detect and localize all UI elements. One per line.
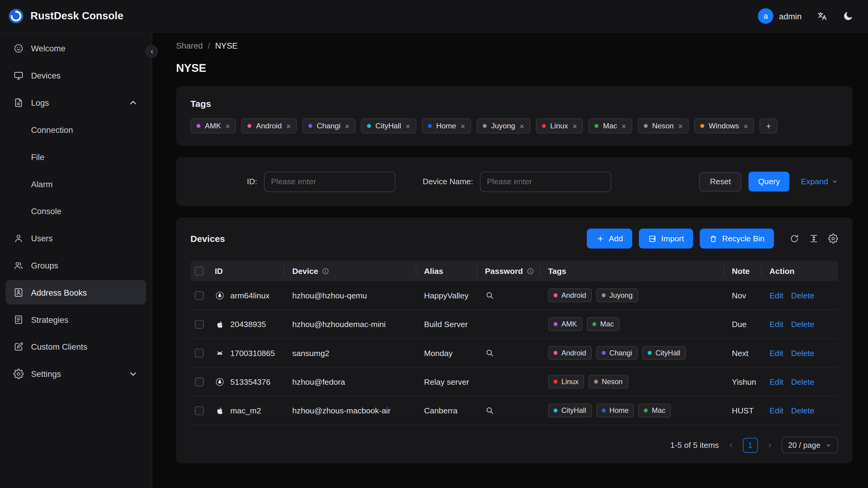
users-icon xyxy=(13,260,24,271)
info-icon[interactable] xyxy=(322,267,330,275)
edit-link[interactable]: Edit xyxy=(770,320,783,329)
delete-link[interactable]: Delete xyxy=(791,291,814,300)
tag-chip[interactable]: Android × xyxy=(242,118,297,133)
rustdesk-logo-icon xyxy=(8,8,25,25)
import-button-label: Import xyxy=(661,234,684,243)
column-note: Note xyxy=(732,261,770,281)
table-settings-gear-icon[interactable] xyxy=(828,234,838,244)
tag-label: Mac xyxy=(603,122,617,130)
delete-link[interactable]: Delete xyxy=(791,406,814,415)
sidebar-item-users[interactable]: Users xyxy=(5,226,146,250)
add-button[interactable]: Add xyxy=(587,228,632,248)
sidebar-subitem-label: File xyxy=(31,152,44,161)
tag-close-icon[interactable]: × xyxy=(226,122,230,130)
prev-page-button[interactable] xyxy=(727,441,735,449)
row-checkbox[interactable] xyxy=(195,377,204,386)
table-row: arm64linux hzhou@hzhou-qemu HappyValley … xyxy=(191,281,838,310)
sidebar-subitem-file[interactable]: File xyxy=(5,144,146,169)
user-menu[interactable]: a admin xyxy=(758,8,802,24)
password-reveal-icon[interactable] xyxy=(485,348,494,358)
sidebar-collapse-button[interactable] xyxy=(146,45,158,57)
sidebar-subitem-console[interactable]: Console xyxy=(5,199,146,223)
tag-chip[interactable]: AMK × xyxy=(191,118,236,133)
sidebar-item-welcome[interactable]: Welcome xyxy=(5,36,146,60)
add-tag-button[interactable]: + xyxy=(760,118,777,133)
next-page-button[interactable] xyxy=(766,441,773,449)
tag-chip[interactable]: Neson × xyxy=(638,118,689,133)
tag-chip[interactable]: Mac × xyxy=(589,118,632,133)
tag-close-icon[interactable]: × xyxy=(622,122,626,130)
tag-color-dot xyxy=(644,408,648,413)
sidebar-subitem-label: Console xyxy=(31,206,62,216)
tag-close-icon[interactable]: × xyxy=(286,122,291,130)
translate-icon xyxy=(817,10,828,22)
tags-list: AMK × Android × Changi × xyxy=(191,118,838,133)
column-id: ID xyxy=(215,261,292,281)
tag-close-icon[interactable]: × xyxy=(572,122,577,130)
tag-chip[interactable]: Changi × xyxy=(302,118,355,133)
tag-chip: Juyong xyxy=(596,288,638,302)
breadcrumb-parent[interactable]: Shared xyxy=(176,41,203,51)
edit-link[interactable]: Edit xyxy=(770,406,783,415)
tag-chip: CityHall xyxy=(548,403,592,417)
tag-close-icon[interactable]: × xyxy=(678,122,683,130)
tag-label: Windows xyxy=(709,122,739,130)
tag-close-icon[interactable]: × xyxy=(520,122,524,130)
language-button[interactable] xyxy=(817,10,828,22)
tag-chip[interactable]: CityHall × xyxy=(361,118,416,133)
tag-chip[interactable]: Windows × xyxy=(694,118,754,133)
query-button[interactable]: Query xyxy=(749,172,789,191)
select-all-checkbox[interactable] xyxy=(195,267,204,275)
sidebar-item-custom-clients[interactable]: Custom Clients xyxy=(5,334,146,359)
tag-close-icon[interactable]: × xyxy=(744,122,748,130)
password-reveal-icon[interactable] xyxy=(485,406,494,415)
device-name-cell: hzhou@hzhou-qemu xyxy=(292,291,424,300)
device-id: arm64linux xyxy=(230,291,270,300)
tag-color-dot xyxy=(554,408,558,413)
sidebar-item-groups[interactable]: Groups xyxy=(5,253,146,277)
sidebar-item-devices[interactable]: Devices xyxy=(5,63,146,88)
import-button[interactable]: Import xyxy=(639,228,693,248)
tag-close-icon[interactable]: × xyxy=(345,122,349,130)
page-size-select[interactable]: 20 / page xyxy=(781,437,838,453)
tag-label: CityHall xyxy=(375,122,401,130)
recycle-bin-button[interactable]: Recycle Bin xyxy=(700,228,774,248)
refresh-icon[interactable] xyxy=(789,234,800,244)
tag-chip[interactable]: Linux × xyxy=(536,118,583,133)
id-filter-input[interactable] xyxy=(264,171,395,192)
row-checkbox[interactable] xyxy=(195,406,204,415)
tag-chip: Android xyxy=(548,346,592,360)
sidebar-item-logs[interactable]: Logs xyxy=(5,90,146,115)
edit-link[interactable]: Edit xyxy=(770,377,783,386)
theme-toggle-button[interactable] xyxy=(843,10,854,22)
tag-chip: Changi xyxy=(596,346,638,360)
sidebar-item-strategies[interactable]: Strategies xyxy=(5,307,146,332)
delete-link[interactable]: Delete xyxy=(791,377,814,386)
reset-button[interactable]: Reset xyxy=(700,172,741,191)
delete-link[interactable]: Delete xyxy=(791,348,814,357)
sidebar-item-settings[interactable]: Settings xyxy=(5,362,146,386)
page-number-button[interactable]: 1 xyxy=(743,437,757,452)
sidebar-item-label: Welcome xyxy=(31,43,65,53)
tag-chip[interactable]: Home × xyxy=(422,118,471,133)
info-icon[interactable] xyxy=(526,267,534,275)
expand-toggle[interactable]: Expand xyxy=(801,177,838,186)
device-name-filter-input[interactable] xyxy=(479,171,611,192)
delete-link[interactable]: Delete xyxy=(791,320,814,329)
row-density-icon[interactable] xyxy=(809,234,819,244)
tag-close-icon[interactable]: × xyxy=(461,122,465,130)
edit-link[interactable]: Edit xyxy=(770,291,783,300)
row-checkbox[interactable] xyxy=(195,291,204,300)
sidebar-item-address-books[interactable]: Address Books xyxy=(5,280,146,304)
row-checkbox[interactable] xyxy=(195,348,204,357)
sidebar-subitem-connection[interactable]: Connection xyxy=(5,118,146,142)
row-checkbox[interactable] xyxy=(195,320,204,329)
tag-close-icon[interactable]: × xyxy=(406,122,410,130)
password-reveal-icon[interactable] xyxy=(485,291,494,300)
device-id: 1700310865 xyxy=(230,348,275,357)
tag-chip[interactable]: Juyong × xyxy=(476,118,530,133)
edit-link[interactable]: Edit xyxy=(770,348,783,357)
tag-color-dot xyxy=(648,351,652,355)
apple-os-icon xyxy=(215,405,225,416)
sidebar-subitem-alarm[interactable]: Alarm xyxy=(5,172,146,196)
